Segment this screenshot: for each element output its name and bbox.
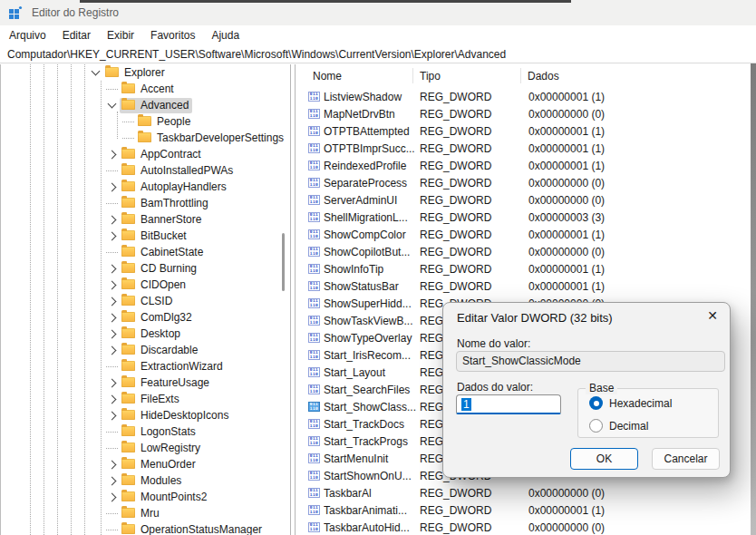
radio-unchecked-icon[interactable] xyxy=(589,419,603,433)
tree-item-bannerstore[interactable]: BannerStore xyxy=(0,211,290,228)
radio-checked-icon[interactable] xyxy=(589,396,603,410)
registry-value-row[interactable]: 011110ShowStatusBarREG_DWORD0x00000001 (… xyxy=(296,277,756,295)
tree-item-appcontract[interactable]: AppContract xyxy=(0,146,290,162)
tree-item-comdlg32[interactable]: ComDlg32 xyxy=(0,309,290,326)
tree-item-label: LogonStats xyxy=(141,425,196,438)
chevron-right-icon[interactable] xyxy=(103,380,120,386)
registry-value-row[interactable]: 011110ReindexedProfileREG_DWORD0x0000000… xyxy=(296,157,756,174)
tree-item-bitbucket[interactable]: BitBucket xyxy=(0,228,290,244)
chevron-right-icon[interactable] xyxy=(103,478,120,484)
menu-item-editar[interactable]: Editar xyxy=(54,29,99,42)
chevron-right-icon[interactable] xyxy=(103,266,120,272)
chevron-right-icon[interactable] xyxy=(103,298,120,305)
registry-value-row[interactable]: 011110ServerAdminUIREG_DWORD0x00000000 (… xyxy=(296,191,756,209)
chevron-right-icon[interactable] xyxy=(103,282,120,288)
close-icon[interactable]: ✕ xyxy=(707,309,718,322)
tree-item-logonstats[interactable]: LogonStats xyxy=(0,423,290,440)
chevron-down-icon[interactable] xyxy=(87,71,103,74)
dword-value-icon: 011110 xyxy=(308,505,320,515)
tree-item-explorer[interactable]: Explorer xyxy=(0,64,290,81)
chevron-right-icon[interactable] xyxy=(103,494,120,501)
registry-value-row[interactable]: 011110ShowCompColorREG_DWORD0x00000001 (… xyxy=(296,226,756,243)
registry-value-row[interactable]: 011110ShowCopilotBut...REG_DWORD0x000000… xyxy=(296,243,756,260)
radio-option-hexadecimal[interactable]: Hexadecimal xyxy=(589,396,672,410)
dword-value-icon: 011110 xyxy=(308,384,320,394)
menu-item-arquivo[interactable]: Arquivo xyxy=(1,29,54,42)
registry-value-row[interactable]: 011110MapNetDrvBtnREG_DWORD0x00000000 (0… xyxy=(296,105,756,122)
column-header-dados[interactable]: Dados xyxy=(528,70,559,83)
registry-value-row[interactable]: 011110ShowInfoTipREG_DWORD0x00000001 (1) xyxy=(296,260,756,277)
chevron-right-icon[interactable] xyxy=(103,462,120,468)
value-type: REG_DWORD xyxy=(420,194,528,207)
chevron-right-icon[interactable] xyxy=(103,315,120,321)
tree-item-people[interactable]: People xyxy=(0,113,290,130)
chevron-right-icon[interactable] xyxy=(103,396,120,403)
background-right-edge xyxy=(751,63,756,535)
tree-item-featureusage[interactable]: FeatureUsage xyxy=(0,374,290,391)
tree-item-lowregistry[interactable]: LowRegistry xyxy=(0,440,290,456)
cancel-button[interactable]: Cancelar xyxy=(652,448,720,470)
tree-item-cidopen[interactable]: CIDOpen xyxy=(0,277,290,293)
tree-item-autoplayhandlers[interactable]: AutoplayHandlers xyxy=(0,179,290,195)
folder-icon xyxy=(121,279,135,289)
menu-item-favoritos[interactable]: Favoritos xyxy=(142,29,203,42)
tree-item-fileexts[interactable]: FileExts xyxy=(0,391,290,407)
chevron-right-icon[interactable] xyxy=(103,347,120,354)
tree-connector xyxy=(103,432,120,433)
chevron-right-icon[interactable] xyxy=(103,233,120,239)
chevron-right-icon[interactable] xyxy=(103,184,120,190)
tree-connector xyxy=(103,513,120,514)
registry-value-row[interactable]: 011110ShellMigrationL...REG_DWORD0x00000… xyxy=(296,209,756,226)
registry-value-row[interactable]: 011110TaskbarAnimati...REG_DWORD0x000000… xyxy=(296,501,756,519)
value-type: REG_DWORD xyxy=(420,280,528,293)
menu-item-ajuda[interactable]: Ajuda xyxy=(203,29,247,42)
chevron-right-icon[interactable] xyxy=(103,217,120,223)
tree-item-advanced[interactable]: Advanced xyxy=(0,97,290,113)
radio-label: Decimal xyxy=(609,420,648,433)
tree-item-autoinstalledpwas[interactable]: AutoInstalledPWAs xyxy=(0,162,290,179)
dword-value-icon: 011110 xyxy=(308,212,320,222)
tree-item-content: ExtractionWizard xyxy=(120,359,227,374)
menu-item-exibir[interactable]: Exibir xyxy=(99,29,142,42)
registry-value-row[interactable]: 011110TaskbarAlREG_DWORD0x00000000 (0) xyxy=(296,484,756,501)
tree-item-cabinetstate[interactable]: CabinetState xyxy=(0,244,290,260)
tree-item-accent[interactable]: Accent xyxy=(0,81,290,97)
tree-item-modules[interactable]: Modules xyxy=(0,472,290,489)
registry-value-row[interactable]: 011110TaskbarAutoHid...REG_DWORD0x000000… xyxy=(296,519,756,535)
tree-item-extractionwizard[interactable]: ExtractionWizard xyxy=(0,358,290,374)
tree-item-content: Desktop xyxy=(120,326,184,342)
radio-option-decimal[interactable]: Decimal xyxy=(589,419,648,433)
folder-icon xyxy=(138,132,151,142)
registry-value-row[interactable]: 011110ListviewShadowREG_DWORD0x00000001 … xyxy=(296,88,756,105)
tree-item-desktop[interactable]: Desktop xyxy=(0,326,290,342)
tree-item-clsid[interactable]: CLSID xyxy=(0,293,290,309)
tree-item-menuorder[interactable]: MenuOrder xyxy=(0,456,290,472)
value-data: 0x00000000 (0) xyxy=(528,487,605,500)
tree-rows: ExplorerAccentAdvancedPeopleTaskbarDevel… xyxy=(0,64,290,535)
column-header-nome[interactable]: Nome xyxy=(313,70,342,83)
tree-item-discardable[interactable]: Discardable xyxy=(0,342,290,358)
chevron-right-icon[interactable] xyxy=(103,331,120,337)
tree-item-cd-burning[interactable]: CD Burning xyxy=(0,260,290,277)
tree-item-hidedesktopicons[interactable]: HideDesktopIcons xyxy=(0,407,290,423)
tree-item-operationstatusmanager[interactable]: OperationStatusManager xyxy=(0,521,290,535)
tree-item-mru[interactable]: Mru xyxy=(0,505,290,521)
ok-button[interactable]: OK xyxy=(570,448,638,470)
tree-item-mountpoints2[interactable]: MountPoints2 xyxy=(0,489,290,505)
registry-value-row[interactable]: 011110OTPTBAttemptedREG_DWORD0x00000001 … xyxy=(296,122,756,140)
value-data-input[interactable]: 1 xyxy=(456,394,561,414)
tree-item-taskbardevelopersettings[interactable]: TaskbarDeveloperSettings xyxy=(0,130,290,146)
value-name: ShowTypeOverlay xyxy=(324,332,420,345)
tree-item-content: CLSID xyxy=(120,294,176,309)
registry-value-row[interactable]: 011110SeparateProcessREG_DWORD0x00000000… xyxy=(296,174,756,191)
chevron-down-icon[interactable] xyxy=(103,103,120,107)
tree-item-bamthrottling[interactable]: BamThrottling xyxy=(0,195,290,211)
value-name: ShowInfoTip xyxy=(324,263,420,276)
chevron-right-icon[interactable] xyxy=(103,151,120,158)
column-header-tipo[interactable]: Tipo xyxy=(420,70,441,83)
address-bar[interactable]: Computador\HKEY_CURRENT_USER\Software\Mi… xyxy=(0,45,756,63)
tree-scrollbar-thumb[interactable] xyxy=(282,233,285,291)
folder-icon xyxy=(121,198,135,208)
registry-value-row[interactable]: 011110OTPTBImprSucc...REG_DWORD0x0000000… xyxy=(296,140,756,157)
chevron-right-icon[interactable] xyxy=(103,413,120,419)
